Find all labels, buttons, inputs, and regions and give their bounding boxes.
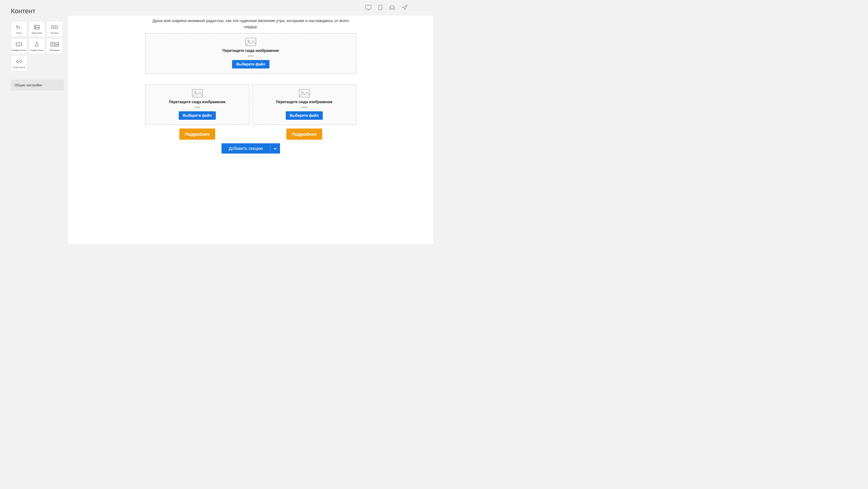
block-image[interactable]: Картинка (29, 21, 45, 37)
html-icon (16, 58, 22, 65)
image-dropzone-main[interactable]: Перетащите сюда изображение или Выберите… (145, 33, 356, 74)
divider-icon (16, 41, 22, 48)
svg-point-19 (194, 91, 196, 93)
dropzone-or: или (255, 105, 353, 109)
block-html[interactable]: HTML-блок (11, 56, 27, 71)
choose-file-button[interactable]: Выберите файл (232, 60, 270, 68)
image-dropzone-left[interactable]: Перетащите сюда изображение или Выберите… (145, 84, 249, 125)
block-label: Поделиться (30, 49, 43, 52)
mobile-preview-icon[interactable] (378, 5, 382, 10)
choose-file-button[interactable]: Выберите файл (179, 111, 216, 120)
add-section-wrap: Добавить секцию (145, 143, 356, 153)
block-divider[interactable]: Разделитель (11, 38, 27, 54)
svg-text:Тт: Тт (16, 25, 21, 30)
dropzone-or: или (149, 105, 246, 109)
canvas: Душа моя озарена неземной радостью, как … (67, 15, 434, 244)
text-icon: Тт (16, 24, 22, 30)
svg-rect-20 (299, 89, 310, 97)
svg-rect-18 (192, 89, 203, 97)
block-button[interactable]: Кнопка (46, 21, 63, 37)
block-label: Картинка (32, 32, 42, 34)
dropzone-title: Перетащите сюда изображение (255, 100, 353, 104)
column-left: Перетащите сюда изображение или Выберите… (145, 84, 249, 140)
image-placeholder-icon (149, 38, 353, 46)
svg-point-2 (35, 26, 36, 27)
add-section-button[interactable]: Добавить секцию (221, 143, 270, 153)
image-icon (34, 24, 39, 30)
more-button-right[interactable]: Подробнее (286, 128, 322, 140)
send-icon[interactable] (402, 5, 407, 10)
sidebar-title: Контент (11, 7, 67, 15)
desktop-preview-icon[interactable] (365, 5, 371, 10)
add-section-dropdown[interactable] (270, 143, 280, 153)
topbar (67, 0, 434, 15)
dropzone-title: Перетащите сюда изображение (149, 100, 246, 104)
svg-rect-11 (366, 5, 371, 9)
chevron-down-icon (273, 146, 277, 151)
inbox-icon[interactable] (390, 5, 395, 10)
block-label: Разделитель (12, 49, 26, 52)
block-label: Профили (50, 49, 60, 52)
block-label: HTML-блок (13, 66, 25, 69)
block-label: Текст (16, 32, 22, 34)
block-share[interactable]: Поделиться (29, 38, 45, 54)
svg-text:VK: VK (56, 44, 59, 46)
main-area: Душа моя озарена неземной радостью, как … (67, 0, 434, 244)
block-label: Кнопка (51, 32, 59, 34)
dropzone-title: Перетащите сюда изображение (149, 49, 353, 53)
svg-point-17 (248, 40, 250, 41)
image-placeholder-icon (149, 89, 246, 97)
image-dropzone-right[interactable]: Перетащите сюда изображение или Выберите… (252, 84, 356, 125)
image-placeholder-icon (255, 89, 353, 97)
general-settings-button[interactable]: Общие настройки (11, 80, 64, 90)
sidebar: Контент Тт Текст Картинка Кнопка (0, 0, 67, 244)
choose-file-button[interactable]: Выберите файл (286, 111, 323, 120)
svg-point-15 (380, 9, 381, 10)
svg-rect-16 (246, 38, 256, 46)
content-blocks-grid: Тт Текст Картинка Кнопка Ра (11, 21, 67, 71)
svg-text:f: f (52, 43, 53, 46)
block-profiles[interactable]: f VK Профили (46, 38, 63, 54)
two-column-row: Перетащите сюда изображение или Выберите… (145, 84, 356, 140)
share-icon (35, 41, 39, 48)
svg-point-21 (301, 91, 303, 93)
profiles-icon: f VK (50, 41, 59, 48)
dropzone-or: или (149, 54, 353, 58)
block-text[interactable]: Тт Текст (11, 21, 27, 37)
intro-text: Душа моя озарена неземной радостью, как … (145, 18, 356, 30)
more-button-left[interactable]: Подробнее (179, 128, 215, 140)
button-icon (51, 24, 58, 30)
column-right: Перетащите сюда изображение или Выберите… (252, 84, 356, 140)
